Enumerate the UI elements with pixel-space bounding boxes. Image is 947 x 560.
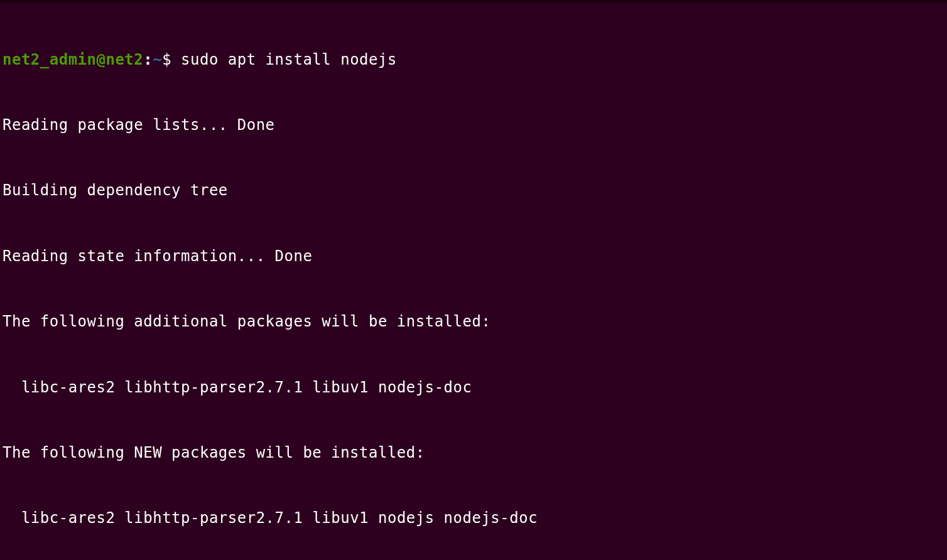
prompt-separator: :	[143, 51, 153, 68]
prompt-dollar: $	[162, 51, 181, 68]
output-line: libc-ares2 libhttp-parser2.7.1 libuv1 no…	[3, 377, 944, 399]
terminal-window[interactable]: net2_admin@net2:~$ sudo apt install node…	[3, 5, 944, 560]
prompt-user-host: net2_admin@net2	[3, 51, 143, 68]
prompt-line: net2_admin@net2:~$ sudo apt install node…	[3, 49, 944, 71]
output-line: The following additional packages will b…	[3, 311, 944, 333]
command-text: sudo apt install nodejs	[181, 51, 397, 68]
output-line: Building dependency tree	[3, 180, 944, 202]
output-line: Reading state information... Done	[3, 245, 944, 267]
output-line: Reading package lists... Done	[3, 114, 944, 136]
output-line: The following NEW packages will be insta…	[3, 442, 944, 464]
prompt-path: ~	[153, 51, 162, 68]
output-line: libc-ares2 libhttp-parser2.7.1 libuv1 no…	[3, 507, 944, 529]
